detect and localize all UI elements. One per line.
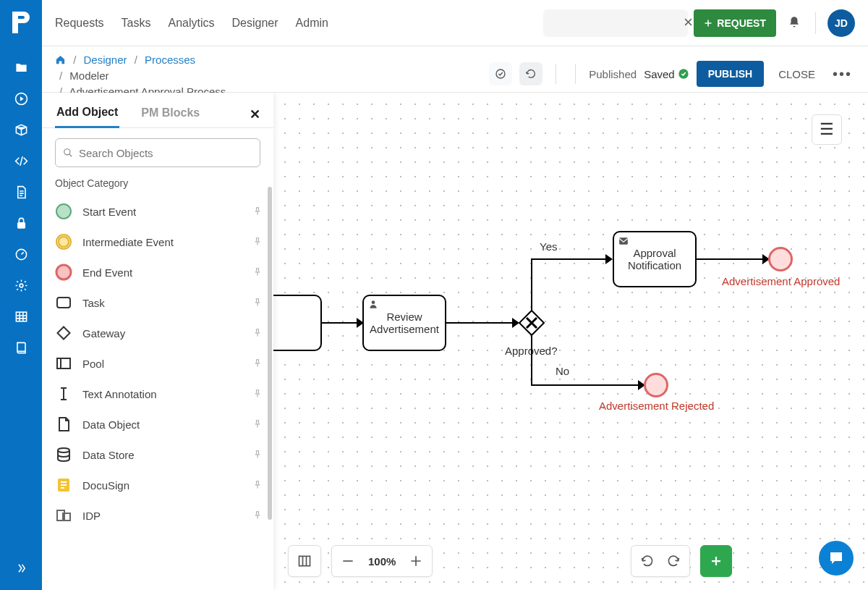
home-icon[interactable] xyxy=(55,54,66,66)
object-item-intermediate-event[interactable]: Intermediate Event xyxy=(55,227,268,257)
object-item-task[interactable]: Task xyxy=(55,287,268,318)
pin-icon[interactable] xyxy=(247,262,268,282)
object-item-text-annotation[interactable]: Text Annotation xyxy=(55,379,268,409)
task-partial xyxy=(273,295,322,351)
chat-fab[interactable] xyxy=(819,541,854,576)
pin-icon[interactable] xyxy=(247,201,268,222)
node-gateway[interactable] xyxy=(517,308,546,337)
object-search-input[interactable] xyxy=(79,147,252,159)
close-button[interactable]: CLOSE xyxy=(771,61,822,87)
node-end-rejected[interactable] xyxy=(644,373,668,397)
more-menu-icon[interactable]: ••• xyxy=(830,66,855,83)
history-controls xyxy=(631,545,690,577)
request-button-label: REQUEST xyxy=(717,17,766,29)
publish-button[interactable]: PUBLISH xyxy=(697,61,764,87)
object-item-data-store[interactable]: Data Store xyxy=(55,439,268,470)
intermediate-event-icon xyxy=(55,233,72,250)
data-store-icon xyxy=(55,446,72,463)
object-label: Pool xyxy=(82,358,247,370)
rail-book-icon[interactable] xyxy=(0,332,42,363)
object-label: Data Store xyxy=(82,449,247,461)
end-rejected-label: Advertisement Rejected xyxy=(599,400,714,412)
pin-icon[interactable] xyxy=(247,475,268,495)
rail-table-icon[interactable] xyxy=(0,301,42,332)
gateway-icon xyxy=(55,324,72,342)
pin-icon[interactable] xyxy=(247,292,268,313)
global-search[interactable] xyxy=(543,9,688,37)
rail-code-icon[interactable] xyxy=(0,146,42,177)
object-item-start-event[interactable]: Start Event xyxy=(55,196,268,227)
tab-pm-blocks[interactable]: PM Blocks xyxy=(140,102,201,127)
topnav-analytics[interactable]: Analytics xyxy=(169,17,215,30)
rail-doc-icon[interactable] xyxy=(0,177,42,208)
validate-button[interactable] xyxy=(489,62,512,85)
panel-close-icon[interactable]: ✕ xyxy=(250,106,260,122)
search-input[interactable] xyxy=(556,17,683,29)
breadcrumb-bar: / Designer / Processes / Modeler / Adver… xyxy=(42,46,868,93)
user-avatar[interactable]: JD xyxy=(827,9,855,37)
plus-icon xyxy=(704,19,712,28)
zoom-in-button[interactable] xyxy=(409,554,423,568)
app-logo xyxy=(10,10,32,35)
svg-rect-15 xyxy=(57,358,70,368)
new-request-button[interactable]: REQUEST xyxy=(694,9,776,37)
rail-gear-icon[interactable] xyxy=(0,270,42,301)
object-label: Text Annotation xyxy=(82,388,247,400)
pool-icon xyxy=(55,355,72,372)
topnav-admin[interactable]: Admin xyxy=(296,17,328,30)
tab-add-object[interactable]: Add Object xyxy=(55,101,119,128)
crumb-modeler: Modeler xyxy=(69,69,109,82)
object-item-pool[interactable]: Pool xyxy=(55,348,268,379)
pin-icon[interactable] xyxy=(247,232,268,252)
object-search[interactable] xyxy=(55,138,260,167)
rail-play-icon[interactable] xyxy=(0,83,42,114)
add-element-button[interactable] xyxy=(700,545,732,577)
rail-box-icon[interactable] xyxy=(0,114,42,146)
pin-icon[interactable] xyxy=(247,444,268,465)
object-item-idp[interactable]: IDP xyxy=(55,500,268,531)
object-item-end-event[interactable]: End Event xyxy=(55,257,268,287)
svg-rect-23 xyxy=(299,556,310,565)
left-rail xyxy=(0,0,42,590)
pin-icon[interactable] xyxy=(247,384,268,404)
canvas-menu-icon[interactable]: ☰ xyxy=(812,114,842,145)
crumb-processes[interactable]: Processes xyxy=(145,54,195,66)
refresh-button[interactable] xyxy=(519,62,542,85)
rail-lock-icon[interactable] xyxy=(0,208,42,239)
node-review-task[interactable]: Review Advertisement xyxy=(362,295,446,351)
pin-icon[interactable] xyxy=(247,323,268,343)
rail-expand-button[interactable] xyxy=(0,547,42,590)
pin-icon[interactable] xyxy=(247,414,268,434)
pin-icon[interactable] xyxy=(247,353,268,374)
minimap-button[interactable] xyxy=(288,545,321,577)
node-notify-task[interactable]: Approval Notification xyxy=(613,231,697,287)
flow-yes-label: Yes xyxy=(540,240,557,253)
zoom-out-button[interactable] xyxy=(341,554,355,568)
crumb-designer[interactable]: Designer xyxy=(84,54,127,66)
object-item-docusign[interactable]: DocuSign xyxy=(55,470,268,500)
rail-dial-icon[interactable] xyxy=(0,239,42,270)
topnav-designer[interactable]: Designer xyxy=(232,17,278,30)
redo-button[interactable] xyxy=(666,554,681,568)
rail-folder-icon[interactable] xyxy=(0,52,42,83)
data-object-icon xyxy=(55,416,72,433)
notifications-icon[interactable] xyxy=(788,15,801,30)
object-label: Intermediate Event xyxy=(82,236,247,248)
zoom-level: 100% xyxy=(368,555,396,568)
end-approved-label: Advertisement Approved xyxy=(722,275,840,287)
object-item-data-object[interactable]: Data Object xyxy=(55,409,268,439)
svg-point-16 xyxy=(58,448,69,452)
node-end-approved[interactable] xyxy=(768,247,793,271)
search-clear-icon[interactable] xyxy=(683,17,694,30)
topnav-tasks[interactable]: Tasks xyxy=(122,17,151,30)
topnav-requests[interactable]: Requests xyxy=(55,17,104,30)
process-canvas[interactable]: ☰ Review Advertisement xyxy=(273,93,868,590)
svg-rect-1 xyxy=(17,222,25,229)
scrollbar[interactable] xyxy=(268,187,272,520)
undo-button[interactable] xyxy=(640,554,655,568)
pin-icon[interactable] xyxy=(247,505,268,526)
objects-panel: Add Object PM Blocks ✕ Object Category S… xyxy=(42,93,273,590)
category-label: Object Category xyxy=(42,177,273,196)
object-item-gateway[interactable]: Gateway xyxy=(55,318,268,348)
status-published: Published xyxy=(589,68,637,80)
